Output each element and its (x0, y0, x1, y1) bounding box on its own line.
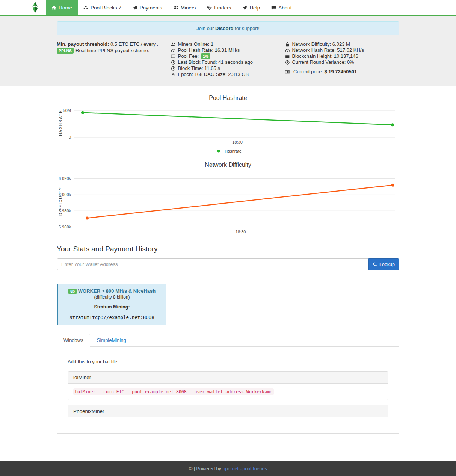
clock-icon (171, 66, 176, 71)
worker-difficulty-note: (difficulty 8 billion) (62, 295, 162, 300)
svg-text:6 020k: 6 020k (59, 176, 71, 181)
stratum-url: stratum+tcp://example.net:8008 (62, 314, 162, 320)
phoenixminer-accordion: PhoenixMiner (68, 405, 388, 417)
nav-item-miners[interactable]: Miners (168, 0, 202, 15)
clock-icon (285, 60, 290, 65)
home-icon (51, 5, 56, 10)
lolminer-command: lolMiner --coin ETC --pool example.net:8… (73, 388, 274, 395)
nav-label: Home (59, 5, 72, 11)
min-payout-threshold: Min. payout threshold: 0.5 ETC ETC / eve… (57, 41, 167, 47)
gem-icon (207, 5, 212, 10)
nav-label: Pool Blocks 7 (91, 5, 121, 11)
pool-hashrate-chart: Pool Hashrate 50M0HASHRATE18:30 Hashrate (57, 95, 399, 153)
phoenixminer-header[interactable]: PhoenixMiner (68, 405, 388, 417)
svg-text:5 960k: 5 960k (59, 225, 71, 229)
send-icon (133, 5, 137, 10)
nav-item-pool-blocks[interactable]: Pool Blocks 7 (78, 0, 127, 15)
pplns-text: Real time PPLNS payout scheme. (75, 48, 149, 53)
worker-info-box: 8b WORKER > 800 MH/s & NiceHash (difficu… (57, 284, 166, 325)
lolminer-header[interactable]: lolMiner (68, 372, 388, 383)
footer-text: © | Powered by (189, 466, 221, 471)
network-difficulty-chart: Network Difficulty 6 020k6 000k5 980k5 9… (57, 162, 399, 236)
pool-fee-stat: Pool Fee: 1% (171, 53, 281, 59)
epoch-dag-stat: Epoch: 168 DAG Size: 2.313 GB (171, 71, 281, 77)
round-variance-stat: Current Round Variance: 0% (285, 59, 396, 65)
discord-link[interactable]: Discord (215, 26, 233, 31)
nav-label: Help (249, 5, 260, 11)
nav-label: Payments (140, 5, 162, 11)
tab-windows[interactable]: Windows (57, 334, 90, 347)
nav-item-finders[interactable]: Finders (201, 0, 237, 15)
footer: © | Powered by open-etc-pool-friends (0, 461, 456, 476)
pplns-line: PPLNS Real time PPLNS payout scheme. (57, 48, 167, 54)
difficulty-badge: 8b (68, 289, 77, 295)
search-icon (373, 262, 377, 267)
footer-link[interactable]: open-etc-pool-friends (223, 466, 267, 471)
etc-logo-icon (31, 2, 39, 14)
current-price-stat: Current price: $ 19.72450501 (285, 69, 396, 75)
last-block-found-stat: Last Block Found: 41 seconds ago (171, 59, 281, 65)
lock-icon (285, 42, 290, 47)
svg-text:0: 0 (69, 135, 71, 139)
network-hashrate-stat: Network Hash Rate: 517.02 KH/s (285, 47, 396, 53)
pool-fee-badge: 1% (201, 53, 210, 59)
pool-hashrate-stat: Pool Hash Rate: 16.31 MH/s (171, 47, 281, 53)
payout-column: Min. payout threshold: 0.5 ETC ETC / eve… (57, 41, 171, 77)
network-stats-column: Network Difficulty: 6.023 M Network Hash… (285, 41, 399, 77)
nav-label: Finders (214, 5, 231, 11)
send-icon (242, 5, 247, 10)
users-icon (174, 5, 178, 10)
svg-text:HASHRATE: HASHRATE (59, 110, 63, 136)
credit-card-icon (171, 54, 176, 59)
svg-text:18:30: 18:30 (236, 230, 246, 234)
svg-text:18:30: 18:30 (232, 140, 243, 144)
lolminer-accordion: lolMiner lolMiner --coin ETC --pool exam… (68, 371, 388, 400)
wallet-address-input[interactable] (57, 258, 368, 270)
nav-label: Miners (181, 5, 196, 11)
lookup-button[interactable]: Lookup (368, 258, 399, 270)
alert-text: Join our (196, 26, 215, 31)
users-icon (171, 42, 176, 47)
nav-item-about[interactable]: About (266, 0, 297, 15)
nav-label: About (278, 5, 291, 11)
gauge-icon (285, 48, 290, 53)
chart-title: Network Difficulty (57, 162, 399, 168)
stats-history-heading: Your Stats and Payment History (57, 245, 399, 253)
svg-text:DIFFICULTY: DIFFICULTY (59, 187, 63, 216)
svg-text:50M: 50M (63, 108, 71, 113)
brand-logo[interactable] (29, 0, 46, 15)
alert-text: for support! (233, 26, 259, 31)
legend-label: Hashrate (225, 149, 242, 153)
clock-icon (171, 60, 176, 65)
cogs-icon (171, 72, 176, 77)
bat-file-note: Add this to your bat file (68, 359, 388, 364)
discord-alert: Join our Discord for support! (57, 21, 399, 35)
os-tabs: Windows SimpleMining (57, 334, 399, 346)
nav-item-payments[interactable]: Payments (127, 0, 168, 15)
stratum-mining-label: Stratum Mining: (62, 304, 162, 310)
pool-stats-column: Miners Online: 1 Pool Hash Rate: 16.31 M… (171, 41, 285, 77)
gauge-icon (171, 48, 176, 53)
block-time-stat: Block Time: 11.65 s (171, 65, 281, 71)
cubes-icon (83, 5, 88, 10)
pplns-badge: PPLNS (57, 48, 74, 54)
comment-icon (271, 5, 276, 10)
money-icon (285, 70, 290, 74)
network-difficulty-plot: 6 020k6 000k5 980k5 960kDIFFICULTY18:30 (57, 174, 399, 236)
nav-item-home[interactable]: Home (46, 0, 78, 15)
pool-hashrate-plot: 50M0HASHRATE18:30 (57, 107, 399, 145)
nav-item-help[interactable]: Help (237, 0, 266, 15)
stats-band: Join our Discord for support! Min. payou… (0, 16, 456, 86)
lolminer-body: lolMiner --coin ETC --pool example.net:8… (68, 383, 388, 400)
miners-online-stat: Miners Online: 1 (171, 41, 281, 47)
bars-icon (285, 54, 290, 59)
blockchain-height-stat: Blockchain Height: 10,137,146 (285, 53, 396, 59)
network-difficulty-stat: Network Difficulty: 6.023 M (285, 41, 396, 47)
chart-title: Pool Hashrate (57, 95, 399, 101)
legend-swatch-icon (214, 149, 223, 153)
miner-config-panel: Add this to your bat file lolMiner lolMi… (57, 346, 399, 434)
miner-config-section: Windows SimpleMining Add this to your ba… (57, 334, 399, 434)
tab-simplemining[interactable]: SimpleMining (90, 334, 133, 347)
chart-legend: Hashrate (57, 149, 399, 153)
navbar: Home Pool Blocks 7 Payments Miners Finde… (0, 0, 456, 16)
